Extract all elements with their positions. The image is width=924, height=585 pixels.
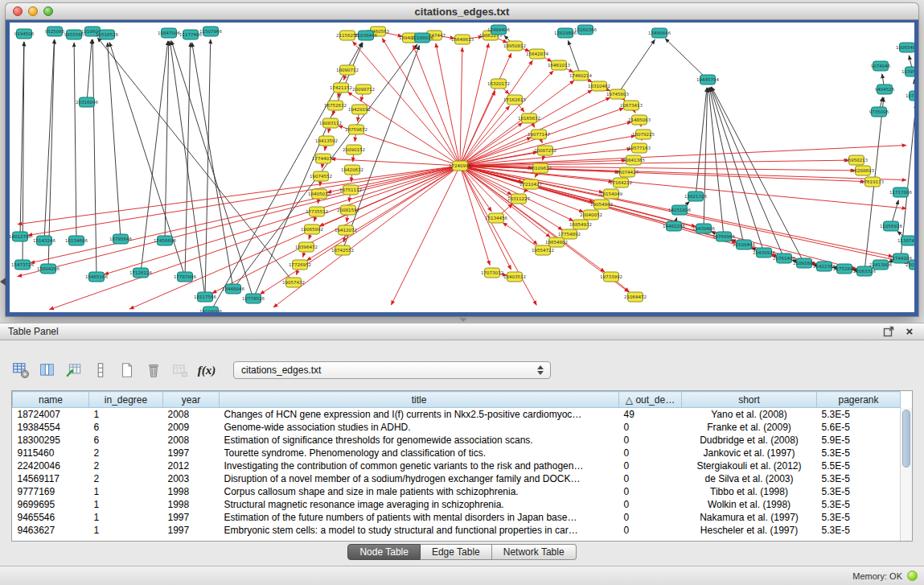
graph-node[interactable]: 18154049 — [600, 189, 622, 199]
table-scrollbar[interactable] — [900, 408, 912, 541]
network-canvas[interactable]: 1724099521156256224605631894056321247447… — [10, 23, 914, 312]
column-header-name[interactable]: name — [13, 392, 89, 408]
graph-node[interactable]: 21064472 — [624, 292, 647, 302]
graph-node[interactable]: 15804206 — [37, 264, 60, 274]
graph-node[interactable]: 9074046 — [871, 61, 891, 71]
graph-node[interactable]: 15642874 — [526, 49, 548, 59]
tab-node-table[interactable]: Node Table — [347, 544, 421, 560]
graph-node[interactable]: 15143246 — [33, 236, 55, 245]
graph-node[interactable]: 19733992 — [600, 272, 622, 282]
graph-node[interactable]: 18396472 — [295, 242, 318, 252]
table-row[interactable]: 977716911998Corpus callosum shape and si… — [13, 485, 901, 498]
graph-node[interactable]: 17619173 — [861, 177, 884, 187]
graph-node[interactable]: 19074552 — [310, 171, 332, 181]
graph-node[interactable]: 19077147 — [528, 130, 550, 139]
table-row[interactable]: 1830029562008Estimation of significance … — [13, 434, 901, 447]
graph-node[interactable]: 10395966 — [901, 67, 914, 76]
graph-node[interactable]: 18448046 — [222, 284, 244, 294]
graph-node[interactable]: 16648613 — [451, 35, 474, 44]
column-header-out_degree[interactable]: △ out_de… — [619, 392, 682, 408]
graph-node[interactable]: 19577163 — [628, 143, 651, 153]
graph-node[interactable]: 16854932 — [569, 220, 592, 229]
graph-node[interactable]: 18742552 — [331, 245, 354, 255]
graph-node[interactable]: 20090152 — [343, 145, 365, 154]
graph-node[interactable]: 19109006 — [199, 307, 222, 312]
graph-node[interactable]: 16320172 — [487, 79, 510, 89]
graph-node[interactable]: 19445794 — [696, 75, 719, 84]
tab-edge-table[interactable]: Edge Table — [421, 544, 492, 560]
graph-node[interactable]: 9404526 — [875, 84, 895, 94]
graph-node[interactable]: 18079225 — [632, 130, 655, 139]
scrollbar-thumb[interactable] — [902, 410, 910, 468]
graph-node[interactable]: 16074427 — [616, 167, 639, 177]
graph-node[interactable]: 20098712 — [352, 84, 375, 94]
graph-node[interactable]: 12499406 — [487, 25, 510, 35]
graph-node[interactable]: 16288693 — [852, 166, 874, 175]
table-row[interactable]: 946554611997Estimation of the future num… — [13, 511, 901, 524]
table-row[interactable]: 911546021997Tourette syndrome. Phenomeno… — [13, 447, 901, 459]
graph-node[interactable]: 19554722 — [532, 245, 554, 255]
graph-node[interactable]: 18778526 — [242, 294, 265, 303]
graph-node[interactable]: 11507966 — [199, 27, 222, 36]
graph-node[interactable]: 17073032 — [481, 268, 503, 278]
graph-node[interactable]: 10065486 — [896, 43, 914, 52]
graph-node[interactable]: 18950812 — [503, 41, 526, 51]
graph-node[interactable]: 19083112 — [319, 118, 342, 128]
graph-node[interactable]: 10847006 — [158, 28, 180, 38]
graph-node[interactable]: 13821326 — [684, 192, 707, 201]
graph-node[interactable]: 20087252 — [534, 146, 556, 155]
graph-node[interactable]: 18310462 — [588, 81, 610, 91]
column-header-short[interactable]: short — [682, 392, 817, 408]
graph-node[interactable]: 18405032 — [308, 189, 331, 199]
graph-node[interactable]: 16465166 — [85, 272, 108, 282]
close-button[interactable] — [13, 6, 23, 16]
graph-node[interactable]: 15473726 — [11, 260, 34, 270]
graph-node[interactable]: 17460214 — [569, 71, 592, 80]
graph-node[interactable]: 18403512 — [503, 272, 526, 282]
graph-node[interactable]: 17162615 — [503, 95, 526, 105]
table-row[interactable]: 946362711997Embryonic stem cells: a mode… — [13, 524, 901, 537]
network-window-titlebar[interactable]: citations_edges.txt — [6, 3, 918, 20]
table-row[interactable]: 1456911722003Disruption of a novel membe… — [13, 472, 901, 485]
graph-node[interactable]: 15958213 — [845, 155, 868, 165]
row-mode-icon[interactable] — [91, 360, 110, 380]
graph-node[interactable]: 16752632 — [324, 101, 347, 110]
graph-node[interactable]: 19412072 — [335, 225, 357, 235]
table-row[interactable]: 2242004622012Investigating the contribut… — [13, 459, 901, 472]
table-row[interactable]: 969969511998Structural magnetic resonanc… — [13, 498, 901, 511]
graph-node[interactable]: 18759672 — [345, 125, 368, 134]
delete-icon[interactable] — [144, 360, 163, 380]
graph-node[interactable]: 16795646 — [109, 234, 132, 244]
graph-node[interactable]: 20040052 — [580, 210, 602, 220]
graph-node[interactable]: 18165632 — [518, 113, 540, 123]
show-columns-icon[interactable] — [38, 360, 57, 380]
splitter-handle[interactable] — [459, 318, 467, 322]
graph-node[interactable]: 22413806 — [869, 260, 892, 270]
graph-node[interactable]: 20316046 — [76, 97, 98, 107]
minimize-button[interactable] — [28, 6, 38, 16]
graph-node[interactable]: 9194506 — [14, 29, 35, 39]
graph-node[interactable]: 14812766 — [10, 232, 31, 241]
graph-node[interactable]: 18751112 — [339, 185, 362, 195]
zoom-button[interactable] — [43, 6, 53, 16]
graph-node[interactable]: 20673413 — [620, 101, 643, 110]
graph-node[interactable]: 11717886 — [889, 187, 912, 197]
graph-node[interactable]: 15134456 — [485, 213, 507, 223]
graph-node[interactable]: 18090712 — [336, 65, 359, 75]
graph-node[interactable]: 10516526 — [96, 30, 118, 39]
graph-node[interactable]: 10726446 — [906, 91, 914, 101]
add-column-icon[interactable] — [64, 360, 84, 380]
graph-node[interactable]: 17735512 — [306, 207, 328, 216]
collapse-arrow-icon[interactable] — [0, 278, 6, 286]
graph-node[interactable]: 17787086 — [174, 272, 196, 282]
graph-node[interactable]: 17726952 — [289, 260, 311, 270]
table-row[interactable]: 1938455462009Genome-wide association stu… — [13, 421, 901, 434]
graph-node[interactable]: 21485083 — [628, 115, 651, 125]
table-selector-dropdown[interactable]: citations_edges.txt — [233, 361, 551, 379]
graph-node[interactable]: 17744072 — [312, 154, 335, 163]
graph-node[interactable]: 18413592 — [315, 136, 338, 146]
graph-node[interactable]: 19420632 — [341, 165, 363, 175]
graph-node[interactable]: 19057432 — [282, 278, 305, 287]
graph-node[interactable]: 11056926 — [880, 221, 902, 231]
graph-node[interactable]: 19745803 — [606, 89, 629, 99]
